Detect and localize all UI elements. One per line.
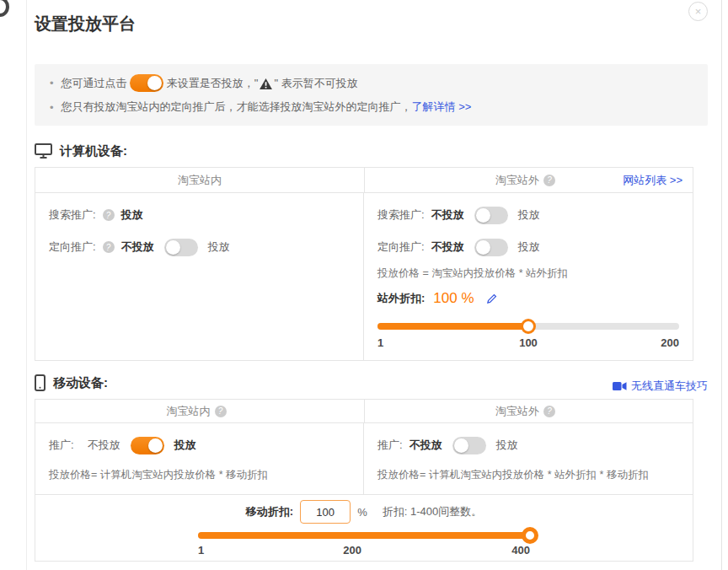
- slider-track[interactable]: [377, 323, 679, 330]
- computer-offsite-header-label: 淘宝站外: [495, 173, 539, 188]
- toggle-knob: [166, 240, 180, 255]
- help-icon[interactable]: [103, 209, 115, 221]
- warning-triangle-icon: [260, 78, 272, 89]
- search-promo-on-state: 投放: [518, 207, 540, 223]
- notice-box: 您可通过点击 来设置是否投放，" " 表示暂不可投放 您只有投放淘宝站内的定向推…: [35, 64, 708, 126]
- slider-track[interactable]: [198, 532, 530, 539]
- computer-panel-header: 淘宝站内 淘宝站外 网站列表 >>: [35, 168, 693, 193]
- mobile-offsite-header-label: 淘宝站外: [495, 404, 539, 419]
- wireless-tips-label: 无线直通车技巧: [631, 379, 708, 394]
- wireless-tips-link[interactable]: 无线直通车技巧: [613, 379, 708, 394]
- mobile-discount-input[interactable]: [300, 500, 351, 524]
- offsite-target-toggle[interactable]: [474, 239, 508, 256]
- help-icon[interactable]: [543, 175, 555, 186]
- toggle-knob: [454, 438, 468, 453]
- help-icon[interactable]: [103, 241, 115, 253]
- mobile-panel: 淘宝站内 淘宝站外 推广: 不投放 投放 投放价格= 计算机淘宝站内投放: [35, 399, 693, 562]
- dialog-content: 设置投放平台 您可通过点击 来设置是否投放，" " 表示暂不可投放 您只有投放淘…: [26, 0, 722, 570]
- mobile-discount-label: 移动折扣:: [246, 504, 293, 519]
- computer-onsite-header-label: 淘宝站内: [178, 173, 222, 188]
- percent-sign: %: [357, 506, 367, 519]
- help-icon[interactable]: [215, 406, 227, 417]
- target-promo-on-state: 投放: [518, 239, 540, 255]
- computer-offsite-header: 淘宝站外 网站列表 >>: [364, 168, 693, 192]
- mobile-discount-footer: 移动折扣: % 折扣: 1-400间整数。 1 200: [35, 494, 693, 561]
- mobile-discount-hint: 折扣: 1-400间整数。: [383, 504, 482, 519]
- close-icon[interactable]: [688, 2, 708, 21]
- offsite-search-row: 搜索推广: 不投放 投放: [377, 203, 679, 227]
- onsite-search-row: 搜索推广: 投放: [49, 203, 350, 227]
- promo-on-state: 投放: [174, 438, 196, 453]
- demo-toggle[interactable]: [130, 74, 163, 92]
- computer-panel: 淘宝站内 淘宝站外 网站列表 >> 搜索推广: 投放 定向推广:: [35, 167, 693, 361]
- target-promo-off-state: 不投放: [431, 239, 464, 255]
- offsite-search-toggle[interactable]: [474, 207, 508, 224]
- help-icon[interactable]: [543, 406, 555, 417]
- search-promo-off-state: 不投放: [431, 207, 464, 223]
- target-promo-on-state: 投放: [208, 239, 230, 255]
- notice-line1-pre: 您可通过点击: [62, 76, 131, 91]
- onsite-target-toggle[interactable]: [164, 239, 198, 256]
- offsite-discount-slider: [377, 318, 679, 335]
- offsite-discount-value: 100 %: [433, 290, 474, 307]
- notice-line1-end: " 表示暂不可投放: [274, 76, 357, 91]
- toggle-knob: [148, 438, 163, 453]
- learn-more-link[interactable]: 了解详情 >>: [412, 99, 472, 115]
- computer-onsite-cell: 搜索推广: 投放 定向推广: 不投放 投放: [35, 193, 364, 360]
- mobile-slider-wrap: 1 200 400: [198, 527, 530, 557]
- computer-panel-body: 搜索推广: 投放 定向推广: 不投放 投放 搜索推广:: [35, 193, 693, 360]
- onsite-target-row: 定向推广: 不投放 投放: [49, 235, 350, 259]
- mobile-offsite-promo-toggle[interactable]: [452, 437, 486, 454]
- mobile-discount-slider: [198, 527, 530, 544]
- promo-off-state: 不投放: [410, 438, 442, 453]
- set-platform-dialog: 设置投放平台 您可通过点击 来设置是否投放，" " 表示暂不可投放 您只有投放淘…: [0, 0, 728, 570]
- computer-offsite-cell: 搜索推广: 不投放 投放 定向推广: 不投放 投放 投放价格 = 淘宝站内投放价…: [364, 193, 693, 360]
- mobile-offsite-header: 淘宝站外: [364, 400, 693, 422]
- scale-min: 1: [198, 544, 204, 557]
- computer-icon: [35, 143, 52, 159]
- video-camera-icon: [613, 381, 627, 391]
- offsite-discount-row: 站外折扣: 100 %: [377, 286, 679, 311]
- target-promo-label: 定向推广:: [377, 239, 425, 255]
- mobile-section-heading: 移动设备:: [35, 372, 108, 394]
- slider-thumb[interactable]: [522, 527, 538, 544]
- mobile-discount-row: 移动折扣: % 折扣: 1-400间整数。: [35, 500, 693, 524]
- help-bubble-icon[interactable]: [0, 0, 9, 17]
- promo-label: 推广:: [49, 438, 74, 453]
- mobile-section-heading-row: 移动设备: 无线直通车技巧: [35, 372, 708, 394]
- scale-mid: 100: [519, 336, 538, 349]
- scale-max: 400: [511, 544, 530, 557]
- search-promo-label: 搜索推广:: [377, 207, 425, 223]
- mobile-onsite-promo-toggle[interactable]: [131, 437, 164, 454]
- mobile-slider-scale: 1 200 400: [198, 544, 530, 557]
- toggle-knob: [147, 76, 162, 90]
- target-promo-label: 定向推广:: [49, 239, 96, 255]
- mobile-panel-body: 推广: 不投放 投放 投放价格= 计算机淘宝站内投放价格 * 移动折扣 推广: …: [35, 423, 693, 494]
- search-promo-state: 投放: [121, 207, 143, 223]
- toggle-knob: [476, 208, 490, 223]
- promo-on-state: 投放: [496, 438, 518, 453]
- notice-line-2: 您只有投放淘宝站内的定向推广后，才能选择投放淘宝站外的定向推广， 了解详情 >>: [50, 99, 693, 116]
- search-promo-label: 搜索推广:: [49, 207, 96, 223]
- mobile-onsite-formula: 投放价格= 计算机淘宝站内投放价格 * 移动折扣: [49, 467, 350, 482]
- mobile-onsite-header-label: 淘宝站内: [167, 404, 211, 419]
- computer-section-heading: 计算机设备:: [35, 140, 708, 162]
- scale-min: 1: [377, 336, 383, 349]
- notice-line1-mid: 来设置是否投放，": [163, 76, 258, 91]
- edit-pencil-icon[interactable]: [486, 293, 498, 304]
- phone-icon: [35, 374, 46, 391]
- offsite-price-formula: 投放价格 = 淘宝站内投放价格 * 站外折扣: [377, 266, 679, 281]
- offsite-target-row: 定向推广: 不投放 投放: [377, 235, 679, 259]
- notice-line-1: 您可通过点击 来设置是否投放，" " 表示暂不可投放: [50, 74, 693, 92]
- mobile-panel-header: 淘宝站内 淘宝站外: [35, 400, 693, 423]
- computer-section-title: 计算机设备:: [60, 143, 127, 159]
- offsite-slider-scale: 1 100 200: [377, 336, 679, 350]
- website-list-link[interactable]: 网站列表 >>: [623, 173, 682, 188]
- computer-onsite-header: 淘宝站内: [35, 168, 364, 192]
- promo-off-state: 不投放: [88, 438, 120, 453]
- slider-thumb[interactable]: [521, 319, 536, 334]
- mobile-onsite-cell: 推广: 不投放 投放 投放价格= 计算机淘宝站内投放价格 * 移动折扣: [35, 423, 364, 494]
- target-promo-off-state: 不投放: [121, 239, 154, 255]
- mobile-onsite-promo-row: 推广: 不投放 投放: [49, 433, 350, 457]
- toggle-knob: [476, 240, 490, 255]
